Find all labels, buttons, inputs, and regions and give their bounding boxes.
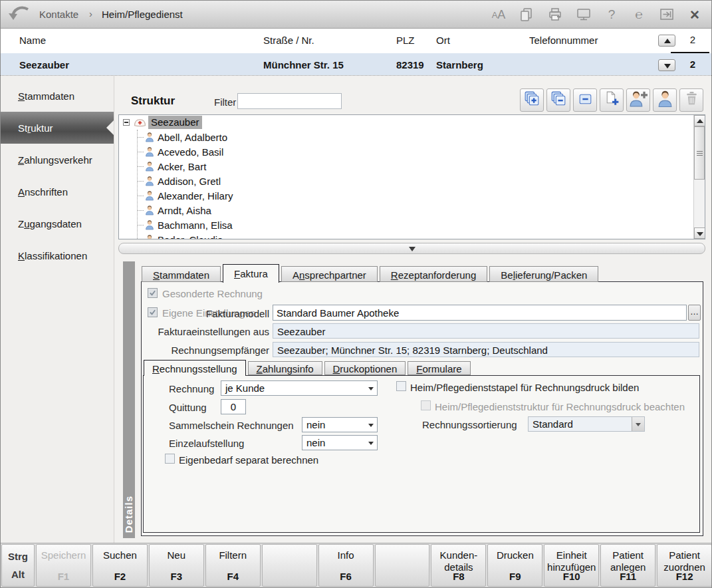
fakturamodell-input[interactable] (273, 305, 687, 321)
fkey-f8[interactable]: Kunden- detailsF8 (431, 544, 486, 587)
back-arrow-icon[interactable] (7, 5, 31, 23)
sidebar-item-label: Zugangsdaten (18, 218, 82, 229)
tree-node-patient[interactable]: Abell, Adalberto (119, 130, 693, 144)
sammelschein-label: Sammelschein Rechnungen (169, 420, 294, 431)
fkey-label: Filtern (207, 549, 259, 561)
sidebar-item-zugangsdaten[interactable]: Zugangsdaten (1, 208, 114, 239)
fkey-f11[interactable]: Patient anlegenF11 (600, 544, 655, 587)
fkey-number: F1 (37, 571, 90, 582)
tree-expander-icon[interactable] (123, 119, 130, 126)
scroll-down-button[interactable] (694, 227, 705, 239)
add-person-button[interactable] (626, 88, 650, 112)
help-icon[interactable]: ? (604, 6, 619, 23)
fkey-f10[interactable]: Einheit hinzufügenF10 (544, 544, 599, 587)
window-switch-icon[interactable] (659, 6, 675, 23)
sidebar-item-klassifikationen[interactable]: Klassifikationen (1, 239, 114, 271)
rechnung-select[interactable]: je Kunde (221, 380, 378, 396)
fkey-number: F11 (601, 571, 655, 582)
tab-faktura[interactable]: Faktura (223, 264, 279, 283)
table-row-selected[interactable]: Seezauber Münchner Str. 15 82319 Starnbe… (1, 53, 711, 75)
quittung-label: Quittung (169, 402, 207, 413)
fkey-f2[interactable]: SuchenF2 (92, 544, 148, 587)
subtab-formulare[interactable]: Formulare (408, 361, 470, 375)
chevron-down-icon (368, 387, 374, 390)
tree-toolbar (520, 88, 703, 112)
titlebar-actions: AA?℮✕ (491, 1, 702, 29)
chevron-down-icon (368, 442, 374, 445)
fkey-f4[interactable]: FilternF4 (205, 544, 261, 587)
rechnungssortierung-label: Rechnungssortierung (422, 419, 517, 430)
tree-node-patient[interactable]: Alexander, Hilary (119, 188, 693, 203)
fkey-f12[interactable]: Patient zuordnenF12 (657, 544, 712, 587)
tab-belieferung-packen[interactable]: Belieferung/Packen (489, 266, 598, 282)
tab-stammdaten[interactable]: Stammdaten (142, 266, 221, 282)
printer-icon[interactable] (547, 6, 563, 23)
online-icon[interactable]: ℮ (632, 6, 646, 23)
record-down-button[interactable] (658, 59, 675, 71)
tree-node-patient[interactable]: Acker, Bart (119, 159, 693, 174)
record-up-button[interactable] (658, 35, 675, 47)
modifier-strg-label: Strg (2, 551, 34, 562)
subtab-zahlungsinfo[interactable]: Zahlungsinfo (248, 361, 322, 375)
quittung-input[interactable] (221, 399, 246, 414)
record-count-top: 2 (683, 34, 703, 45)
fkey-f6[interactable]: InfoF6 (318, 544, 374, 587)
page-title: Heim/Pflegedienst (102, 9, 183, 20)
subtab-rechnungsstellung[interactable]: Rechnungsstellung (144, 360, 246, 376)
person-details-button[interactable] (653, 88, 677, 112)
tree-scrollbar[interactable] (693, 115, 705, 239)
collapse-all-button[interactable] (546, 88, 570, 112)
monitor-icon[interactable] (576, 6, 592, 23)
cell-plz: 82319 (396, 59, 424, 71)
sidebar-item-zahlungsverkehr[interactable]: Zahlungsverkehr (1, 144, 114, 176)
tree-node-patient[interactable]: Arndt, Aisha (119, 203, 693, 218)
tree-node-root[interactable]: Seezauber (119, 115, 693, 130)
copy-pages-icon[interactable] (519, 6, 534, 23)
tree-node-label: Bader, Claudio (158, 234, 223, 239)
sidebar-item-label: Struktur (18, 122, 53, 134)
sammelschein-select[interactable]: nein (302, 417, 378, 432)
tree-node-patient[interactable]: Acevedo, Basil (119, 144, 693, 159)
fkey-f9[interactable]: DruckenF9 (487, 544, 542, 587)
scroll-up-button[interactable] (694, 115, 705, 126)
details-strip-tab[interactable]: Details (123, 261, 135, 538)
tab-ansprechpartner[interactable]: Ansprechpartner (281, 266, 378, 282)
subtab-druckoptionen[interactable]: Druckoptionen (324, 361, 406, 375)
tree-node-patient[interactable]: Addison, Gretl (119, 174, 693, 188)
col-city: Ort (436, 35, 450, 46)
filter-input[interactable] (237, 93, 342, 109)
fkey-number: F4 (206, 571, 260, 582)
struktur-beachten-label: Heim/Pflegedienststruktur für Rechnungsd… (435, 401, 685, 412)
close-icon[interactable]: ✕ (687, 6, 702, 23)
scroll-thumb[interactable] (694, 126, 705, 180)
sidebar-item-stammdaten[interactable]: Stammdaten (1, 80, 114, 112)
fkey-number: F9 (488, 571, 542, 582)
expand-all-button[interactable] (520, 88, 544, 112)
new-unit-button[interactable] (600, 88, 624, 112)
stack-plus-icon (523, 90, 541, 110)
fkey-number: F8 (431, 571, 485, 582)
tree-node-patient[interactable]: Bachmann, Elisa (119, 218, 693, 232)
sidebar-item-struktur[interactable]: Struktur (1, 112, 114, 144)
rechnungsempfaenger-field: Seezauber; Münchner Str. 15; 82319 Starn… (273, 342, 699, 357)
splitter-bar[interactable] (118, 243, 705, 254)
sidebar-item-anschriften[interactable]: Anschriften (1, 176, 114, 208)
record-count-bottom: 2 (683, 59, 703, 70)
app-window: Kontakte › Heim/Pflegedienst AA?℮✕ Name … (0, 0, 712, 588)
fkey-label: Patient zuordnen (659, 549, 710, 573)
tree-node-patient[interactable]: Bader, Claudio (119, 232, 693, 239)
tab-rezeptanforderung[interactable]: Rezeptanforderung (380, 266, 487, 282)
breadcrumb-kontakte[interactable]: Kontakte (39, 9, 78, 20)
collapse-node-button[interactable] (573, 88, 597, 112)
tree-root-label[interactable]: Seezauber (148, 116, 202, 129)
font-size-icon[interactable]: AA (491, 6, 506, 23)
einzelaufstellung-select[interactable]: nein (302, 435, 378, 450)
person-plus-icon (630, 90, 648, 110)
fkey-number: F6 (319, 571, 373, 582)
details-panel: Details StammdatenFakturaAnsprechpartner… (123, 259, 705, 541)
stapel-checkbox[interactable] (396, 381, 406, 391)
eigenbedarf-checkbox[interactable] (165, 454, 175, 464)
fkey-f3[interactable]: NeuF3 (149, 544, 204, 587)
fakturamodell-browse-button[interactable]: … (688, 305, 701, 321)
panel-title: Struktur (131, 94, 175, 108)
